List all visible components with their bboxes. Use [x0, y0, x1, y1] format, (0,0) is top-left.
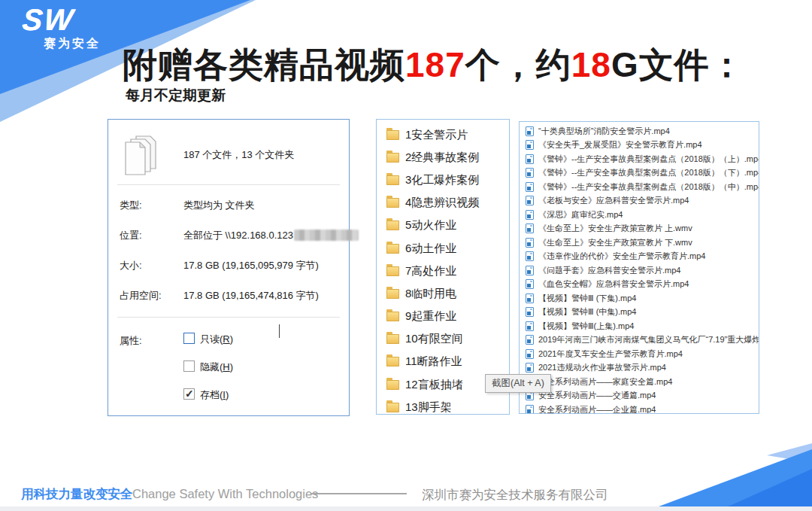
- checkbox-row[interactable]: 隐藏(H): [183, 360, 233, 388]
- property-label: 占用空间:: [120, 289, 183, 303]
- checkbox-checked-icon[interactable]: [183, 388, 195, 400]
- title-segment: 个，约: [465, 45, 571, 84]
- video-file-icon: [526, 140, 534, 150]
- file-item[interactable]: “十类典型场所”消防安全警示片.mp4: [520, 124, 759, 138]
- folder-item[interactable]: 10有限空间: [377, 328, 509, 351]
- file-item[interactable]: 2021年度叉车安全生产警示教育片.mp4: [520, 347, 759, 361]
- file-name: 《警钟》--生产安全事故典型案例盘点（2018版）（下）.mp4: [538, 167, 759, 178]
- page-subtitle: 每月不定期更新: [126, 86, 226, 105]
- dialog-property-row: 占用空间:17.8 GB (19,165,474,816 字节): [120, 289, 343, 319]
- file-name: 《警钟》--生产安全事故典型案例盘点（2018版）（中）.mp4: [538, 181, 759, 193]
- file-name: 2021年度叉车安全生产警示教育片.mp4: [538, 348, 683, 360]
- file-name: 《安全失手_发展受阻》安全警示教育片.mp4: [538, 139, 702, 151]
- folder-name: 7高处作业: [405, 264, 456, 278]
- property-value: 17.8 GB (19,165,474,816 字节): [183, 290, 319, 301]
- folder-icon: [386, 130, 399, 140]
- title-segment: 187: [405, 45, 465, 84]
- file-item[interactable]: 安全系列动画片——交通篇.mp4: [520, 389, 759, 403]
- file-item[interactable]: 【视频】警钟Ⅲ(上集).mp4: [520, 319, 759, 333]
- file-item[interactable]: 《违章作业的代价》安全生产警示教育片.mp4: [520, 250, 759, 264]
- file-name: 安全系列动画片——企业篇.mp4: [538, 404, 656, 414]
- file-item[interactable]: 《老板与安全》应急科普安全警示片.mp4: [520, 194, 759, 208]
- video-file-icon: [526, 238, 534, 248]
- checkbox-label: 隐藏(H): [200, 360, 233, 374]
- folder-name: 6动土作业: [405, 242, 456, 256]
- video-file-icon: [526, 251, 534, 261]
- file-item[interactable]: 《警钟》--生产安全事故典型案例盘点（2018版）（下）.mp4: [520, 166, 759, 181]
- footer-slogan-en: Change Safety With Technologies: [132, 487, 318, 501]
- dialog-summary: 187 个文件，13 个文件夹: [183, 148, 294, 162]
- footer-company-name: 深圳市赛为安全技术服务有限公司: [422, 487, 608, 503]
- checkbox-icon[interactable]: [183, 360, 195, 372]
- folder-icon: [386, 289, 399, 299]
- folder-icon: [386, 198, 399, 208]
- slide-canvas: SW 赛为安全 附赠各类精品视频187个，约18G文件： 每月不定期更新 187…: [0, 0, 812, 511]
- folder-icon: [386, 380, 399, 390]
- video-file-icon: [526, 154, 534, 164]
- multiple-files-icon: [120, 133, 162, 180]
- folder-item[interactable]: 5动火作业: [377, 214, 509, 237]
- video-file-icon: [526, 279, 534, 289]
- folder-item[interactable]: 9起重作业: [377, 306, 509, 328]
- video-file-icon: [526, 168, 534, 178]
- folder-item[interactable]: 11断路作业: [377, 351, 509, 373]
- file-item[interactable]: 【视频】警钟Ⅲ (中集).mp4: [520, 306, 759, 320]
- folder-name: 5动火作业: [405, 218, 456, 233]
- folder-item[interactable]: 13脚手架: [377, 396, 509, 418]
- file-name: 安全系列动画片——交通篇.mp4: [538, 390, 656, 401]
- folder-icon: [386, 175, 399, 185]
- folder-item[interactable]: 2经典事故案例: [377, 146, 509, 169]
- file-item[interactable]: 《生命至上》安全生产政策宣教片 下.wmv: [520, 236, 759, 250]
- file-item[interactable]: 《深思》庭审纪实.mp4: [520, 208, 759, 222]
- file-item[interactable]: 《血色安全帽》应急科普安全警示片.mp4: [520, 278, 759, 292]
- video-file-icon: [526, 321, 534, 331]
- title-segment: 18: [571, 45, 611, 84]
- brand-logo-label: 赛为安全: [44, 36, 101, 52]
- folder-icon: [386, 357, 399, 367]
- redacted-blur-box: [294, 230, 359, 241]
- footer-divider: [311, 493, 407, 494]
- folder-item[interactable]: 8临时用电: [377, 282, 509, 305]
- property-label: 类型:: [120, 199, 183, 212]
- file-item[interactable]: 安全系列动画片——企业篇.mp4: [520, 403, 759, 414]
- folder-item[interactable]: 6动土作业: [377, 237, 509, 260]
- dialog-property-row: 大小:17.8 GB (19,165,095,979 字节): [120, 259, 343, 289]
- video-file-icon: [526, 182, 534, 192]
- file-name: 《血色安全帽》应急科普安全警示片.mp4: [538, 278, 689, 290]
- file-item[interactable]: 安全系列动画片——家庭安全篇.mp4: [520, 375, 759, 389]
- video-file-icon: [526, 126, 534, 136]
- checkbox-label: 存档(I): [200, 388, 229, 402]
- file-name: 《问题手套》应急科普安全警示片.mp4: [538, 265, 680, 276]
- folder-list: 1安全警示片2经典事故案例3化工爆炸案例4隐患辨识视频5动火作业6动土作业7高处…: [376, 119, 510, 415]
- brand-logo: SW 赛为安全: [23, 5, 101, 52]
- file-list: “十类典型场所”消防安全警示片.mp4《安全失手_发展受阻》安全警示教育片.mp…: [519, 121, 759, 414]
- file-item[interactable]: 【视频】警钟Ⅲ (下集).mp4: [520, 291, 759, 306]
- folder-name: 1安全警示片: [405, 128, 468, 142]
- dialog-property-row: 类型:类型均为 文件夹: [120, 199, 343, 229]
- checkbox-row[interactable]: 存档(I): [183, 388, 233, 416]
- video-file-icon: [526, 363, 534, 373]
- video-file-icon: [526, 335, 534, 345]
- file-item[interactable]: 《警钟》--生产安全事故典型案例盘点（2018版）（上）.mp4: [520, 152, 759, 166]
- file-item[interactable]: 2019年河南三门峡市河南煤气集团义马气化厂“7.19”重大爆炸事故.mp4: [520, 333, 759, 348]
- folder-name: 11断路作业: [405, 354, 462, 369]
- file-name: “十类典型场所”消防安全警示片.mp4: [538, 126, 670, 137]
- brand-logo-icon: SW: [21, 5, 102, 35]
- property-value: 17.8 GB (19,165,095,979 字节): [183, 260, 319, 271]
- checkbox-row[interactable]: 只读(R): [183, 333, 233, 360]
- folder-item[interactable]: 1安全警示片: [377, 123, 509, 146]
- folder-item[interactable]: 3化工爆炸案例: [377, 169, 509, 191]
- file-item[interactable]: 《安全失手_发展受阻》安全警示教育片.mp4: [520, 138, 759, 153]
- file-name: 《违章作业的代价》安全生产警示教育片.mp4: [538, 251, 705, 262]
- file-item[interactable]: 《问题手套》应急科普安全警示片.mp4: [520, 263, 759, 278]
- folder-name: 3化工爆炸案例: [405, 173, 479, 187]
- folder-icon: [386, 403, 399, 412]
- properties-dialog: 187 个文件，13 个文件夹 类型:类型均为 文件夹位置:全部位于 \\192…: [108, 119, 350, 416]
- folder-item[interactable]: 7高处作业: [377, 260, 509, 282]
- file-item[interactable]: 《生命至上》安全生产政策宣教片 上.wmv: [520, 222, 759, 236]
- property-label: 大小:: [120, 259, 183, 272]
- file-item[interactable]: 2021违规动火作业事故警示片.mp4: [520, 361, 759, 376]
- file-item[interactable]: 《警钟》--生产安全事故典型案例盘点（2018版）（中）.mp4: [520, 180, 759, 194]
- folder-item[interactable]: 4隐患辨识视频: [377, 192, 509, 214]
- checkbox-icon[interactable]: [183, 333, 195, 344]
